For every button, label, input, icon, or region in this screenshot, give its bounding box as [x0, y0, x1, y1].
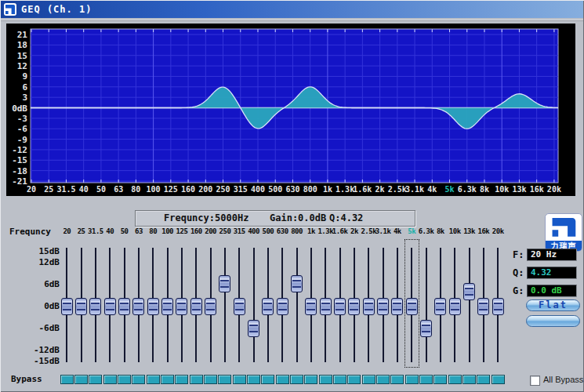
slider-track[interactable] [224, 248, 226, 362]
x-tick-label: 400 [251, 185, 265, 194]
gain-slider-handle[interactable] [434, 298, 446, 315]
bypass-toggle[interactable] [376, 375, 390, 384]
g-field[interactable]: 0.0 dB [527, 285, 577, 297]
flat-button[interactable]: Flat [526, 299, 580, 311]
band-frequency-label: 2k [350, 227, 358, 235]
gain-slider-handle[interactable] [334, 298, 346, 315]
band-frequency-label: 80 [149, 227, 157, 235]
bypass-toggle[interactable] [204, 375, 217, 384]
gain-slider-handle[interactable] [205, 298, 216, 315]
info-gain: Gain:0.0dB [270, 212, 326, 223]
gain-slider-handle[interactable] [348, 298, 360, 315]
y-tick-label: -3 [17, 114, 27, 124]
gain-slider-handle[interactable] [320, 298, 332, 315]
bypass-toggle[interactable] [233, 375, 246, 384]
band-frequency-label: 16k [477, 227, 489, 235]
bypass-toggle[interactable] [161, 375, 174, 384]
bypass-toggle[interactable] [247, 375, 260, 384]
bypass-toggle[interactable] [118, 375, 131, 384]
x-tick-label: 10k [495, 185, 509, 194]
gain-slider-handle[interactable] [406, 298, 418, 315]
all-bypass-checkbox[interactable] [530, 376, 540, 386]
bypass-toggle[interactable] [261, 375, 274, 384]
gain-slider-handle[interactable] [161, 298, 173, 315]
gain-slider-handle[interactable] [262, 298, 274, 315]
eq-response-chart[interactable]: 211815129630dB-3-6-9-12-15-18-21202531.5… [6, 24, 575, 196]
x-tick-label: 630 [285, 185, 299, 194]
y-tick-label: 0dB [12, 103, 27, 114]
gain-slider-handle[interactable] [277, 298, 288, 315]
bypass-toggle[interactable] [175, 375, 188, 384]
bypass-toggle[interactable] [362, 375, 375, 384]
bypass-toggle[interactable] [304, 375, 317, 384]
gain-slider-handle[interactable] [104, 298, 116, 315]
gain-slider-handle[interactable] [234, 298, 245, 315]
bypass-toggle[interactable] [419, 375, 433, 384]
gain-slider-handle[interactable] [449, 298, 461, 315]
gain-slider-handle[interactable] [363, 298, 375, 315]
gain-slider-handle[interactable] [219, 275, 230, 292]
x-tick-label: 3.1k [405, 185, 424, 194]
band-frequency-label: 3.1k [375, 227, 391, 235]
bypass-toggle[interactable] [190, 375, 203, 384]
slider-track[interactable] [469, 248, 470, 362]
gain-slider-handle[interactable] [75, 298, 87, 315]
band-frequency-label: 6.3k [419, 227, 434, 235]
bypass-toggle[interactable] [492, 375, 505, 384]
bypass-toggle[interactable] [60, 375, 74, 384]
bypass-toggle[interactable] [218, 375, 231, 384]
bypass-toggle[interactable] [103, 375, 117, 384]
gain-slider-handle[interactable] [118, 298, 130, 315]
bypass-toggle[interactable] [74, 375, 88, 384]
gain-slider-handle[interactable] [305, 298, 317, 315]
bypass-toggle[interactable] [477, 375, 490, 384]
gain-slider-handle[interactable] [190, 298, 202, 315]
title-bar[interactable]: GEQ (Ch. 1) [1, 1, 583, 18]
bypass-toggle[interactable] [333, 375, 346, 384]
gain-slider-handle[interactable] [132, 298, 144, 315]
gain-slider-handle[interactable] [176, 298, 187, 315]
f-field[interactable]: 20 Hz [527, 249, 577, 261]
gain-slider-handle[interactable] [391, 298, 403, 315]
info-q: Q:4.32 [329, 212, 363, 223]
y-tick-label: -6 [17, 124, 28, 134]
bypass-toggle[interactable] [276, 375, 289, 384]
y-tick-label: -9 [17, 135, 27, 145]
gain-slider-handle[interactable] [420, 320, 432, 337]
gain-slider-handle[interactable] [147, 298, 159, 315]
bypass-toggle[interactable] [405, 375, 419, 384]
app-icon-glyph [4, 3, 16, 16]
y-tick-label: 12 [17, 61, 27, 71]
bypass-toggle[interactable] [347, 375, 361, 384]
slider-scale-label: 15dB [22, 246, 60, 256]
bypass-toggle[interactable] [448, 375, 462, 384]
y-tick-label: -15 [12, 155, 27, 165]
bypass-toggle[interactable] [462, 375, 476, 384]
band-frequency-label: 8k [437, 227, 444, 235]
gain-slider-handle[interactable] [463, 283, 475, 300]
bypass-toggle[interactable] [290, 375, 303, 384]
bypass-toggle[interactable] [433, 375, 447, 384]
gain-slider-handle[interactable] [61, 298, 73, 315]
gain-slider-handle[interactable] [248, 320, 259, 337]
bypass-toggle[interactable] [132, 375, 145, 384]
bypass-toggle[interactable] [89, 375, 102, 384]
blank-button[interactable] [526, 315, 580, 327]
slider-scale-label: 0dB [22, 301, 60, 311]
gain-slider-handle[interactable] [291, 275, 303, 292]
slider-scale-label: -6dB [22, 323, 60, 333]
bypass-toggle[interactable] [390, 375, 404, 384]
slider-track[interactable] [296, 248, 298, 362]
gain-slider-handle[interactable] [492, 298, 504, 315]
slider-track[interactable] [253, 248, 255, 362]
bypass-toggle[interactable] [319, 375, 332, 384]
q-field[interactable]: 4.32 [527, 267, 577, 279]
gain-slider-handle[interactable] [377, 298, 389, 315]
gain-slider-handle[interactable] [89, 298, 101, 315]
band-frequency-label: 5k [408, 227, 415, 235]
gain-slider-handle[interactable] [477, 298, 489, 315]
bypass-toggle[interactable] [147, 375, 160, 384]
x-tick-label: 5k [444, 185, 454, 194]
slider-track[interactable] [426, 248, 427, 362]
titlebar-divider [1, 20, 583, 21]
